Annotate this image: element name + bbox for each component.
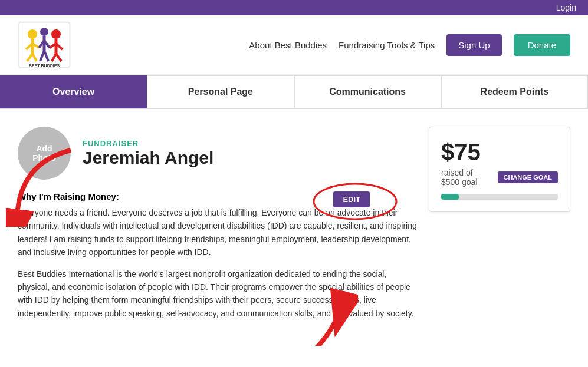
login-bar: Login xyxy=(0,0,588,15)
fundraiser-label: FUNDRAISER xyxy=(83,139,213,148)
header: BEST BUDDIES About Best Buddies Fundrais… xyxy=(0,15,588,75)
donation-box: $75 raised of $500 goal CHANGE GOAL xyxy=(429,127,570,212)
svg-text:BEST BUDDIES: BEST BUDDIES xyxy=(29,64,60,68)
progress-bar-fill xyxy=(441,194,459,200)
body-section: EDIT Why I'm Raising Money: Everyone nee… xyxy=(18,191,417,320)
svg-point-8 xyxy=(51,29,61,39)
left-section: Add Photo FUNDRAISER Jeremiah Angel EDIT… xyxy=(18,127,417,328)
edit-button[interactable]: EDIT xyxy=(333,191,370,207)
logo-area: BEST BUDDIES xyxy=(18,21,71,68)
tab-personal-page[interactable]: Personal Page xyxy=(147,75,294,108)
body-text-1: Everyone needs a friend. Everyone deserv… xyxy=(18,206,417,259)
tab-redeem-points[interactable]: Redeem Points xyxy=(441,75,588,108)
logo-image: BEST BUDDIES xyxy=(18,21,71,68)
donation-amount: $75 xyxy=(441,139,558,166)
tab-bar: Overview Personal Page Communications Re… xyxy=(0,75,588,109)
fundraiser-info: FUNDRAISER Jeremiah Angel xyxy=(83,139,213,168)
donation-goal-text: raised of $500 goal xyxy=(441,168,492,187)
donation-goal-row: raised of $500 goal CHANGE GOAL xyxy=(441,168,558,187)
body-text-2: Best Buddies International is the world'… xyxy=(18,267,417,320)
nav-area: About Best Buddies Fundraising Tools & T… xyxy=(249,34,570,56)
signup-button[interactable]: Sign Up xyxy=(446,34,501,56)
tab-communications[interactable]: Communications xyxy=(294,75,441,108)
tab-overview[interactable]: Overview xyxy=(0,75,147,108)
main-content: Add Photo FUNDRAISER Jeremiah Angel EDIT… xyxy=(0,109,588,346)
nav-about[interactable]: About Best Buddies xyxy=(249,40,327,50)
fundraiser-header: Add Photo FUNDRAISER Jeremiah Angel xyxy=(18,127,417,180)
login-link[interactable]: Login xyxy=(556,3,576,12)
progress-bar-background xyxy=(441,194,558,200)
right-section: $75 raised of $500 goal CHANGE GOAL xyxy=(429,127,570,328)
change-goal-button[interactable]: CHANGE GOAL xyxy=(498,171,559,183)
donate-button[interactable]: Donate xyxy=(514,34,570,56)
nav-tools[interactable]: Fundraising Tools & Tips xyxy=(339,40,435,50)
svg-point-2 xyxy=(28,29,37,39)
svg-point-14 xyxy=(40,28,48,36)
add-photo-button[interactable]: Add Photo xyxy=(18,127,71,180)
fundraiser-name: Jeremiah Angel xyxy=(83,148,213,168)
